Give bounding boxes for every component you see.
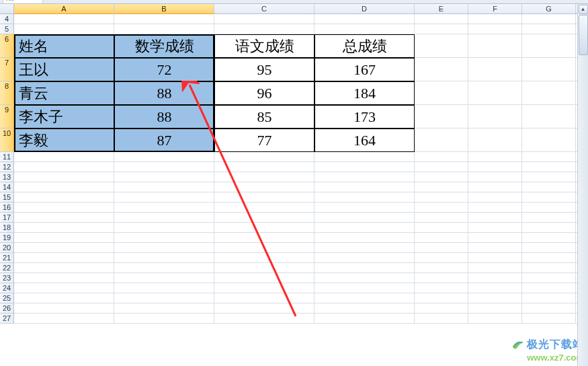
- cell-C18[interactable]: [214, 223, 314, 233]
- cell-G23[interactable]: [522, 273, 576, 283]
- cell-E8[interactable]: [415, 81, 468, 105]
- cell-A19[interactable]: [14, 233, 114, 243]
- cell-G13[interactable]: [522, 172, 576, 182]
- cell-D11[interactable]: [314, 152, 415, 162]
- cell-F13[interactable]: [468, 172, 522, 182]
- cell-F12[interactable]: [468, 162, 522, 172]
- cell-D13[interactable]: [314, 172, 415, 182]
- cell-C4[interactable]: [214, 14, 314, 24]
- cell-B26[interactable]: [114, 303, 214, 314]
- spreadsheet-grid[interactable]: ABCDEFG456姓名数学成绩语文成绩总成绩7王以72951678青云8896…: [0, 4, 588, 324]
- cell-B7[interactable]: 72: [114, 58, 214, 81]
- cell-F14[interactable]: [468, 182, 522, 192]
- cell-C12[interactable]: [214, 162, 314, 172]
- cell-F24[interactable]: [468, 283, 522, 293]
- cell-F5[interactable]: [468, 24, 522, 34]
- cell-C22[interactable]: [214, 263, 314, 273]
- cell-F22[interactable]: [468, 263, 522, 273]
- cell-G4[interactable]: [522, 14, 576, 24]
- row-header-18[interactable]: 18: [0, 223, 14, 233]
- cell-E26[interactable]: [415, 303, 468, 314]
- cell-C26[interactable]: [214, 303, 314, 314]
- cell-E18[interactable]: [415, 223, 468, 233]
- cell-F20[interactable]: [468, 243, 522, 253]
- cell-F19[interactable]: [468, 233, 522, 243]
- cell-A12[interactable]: [14, 162, 114, 172]
- cell-G27[interactable]: [522, 314, 576, 324]
- cell-D9[interactable]: 173: [314, 105, 415, 129]
- cell-G6[interactable]: [522, 34, 576, 58]
- name-box[interactable]: A6: [3, 0, 43, 4]
- cell-F10[interactable]: [468, 129, 522, 152]
- cell-F16[interactable]: [468, 203, 522, 213]
- cell-C19[interactable]: [214, 233, 314, 243]
- cell-A21[interactable]: [14, 253, 114, 263]
- cell-C9[interactable]: 85: [214, 105, 314, 129]
- cell-F27[interactable]: [468, 314, 522, 324]
- row-header-26[interactable]: 26: [0, 303, 14, 314]
- cell-C10[interactable]: 77: [214, 129, 314, 152]
- cell-G20[interactable]: [522, 243, 576, 253]
- cell-D18[interactable]: [314, 223, 415, 233]
- cell-E22[interactable]: [415, 263, 468, 273]
- cell-A8[interactable]: 青云: [14, 81, 114, 105]
- cell-C17[interactable]: [214, 213, 314, 223]
- cell-B4[interactable]: [114, 14, 214, 24]
- cell-D21[interactable]: [314, 253, 415, 263]
- cell-C7[interactable]: 95: [214, 58, 314, 81]
- row-header-12[interactable]: 12: [0, 162, 14, 172]
- cell-B23[interactable]: [114, 273, 214, 283]
- cell-F18[interactable]: [468, 223, 522, 233]
- cell-A6[interactable]: 姓名: [14, 34, 114, 58]
- cell-F26[interactable]: [468, 303, 522, 314]
- cell-E21[interactable]: [415, 253, 468, 263]
- cell-D19[interactable]: [314, 233, 415, 243]
- cell-F9[interactable]: [468, 105, 522, 129]
- cell-A23[interactable]: [14, 273, 114, 283]
- cell-B13[interactable]: [114, 172, 214, 182]
- cell-A13[interactable]: [14, 172, 114, 182]
- cell-E9[interactable]: [415, 105, 468, 129]
- cell-G7[interactable]: [522, 58, 576, 81]
- cell-G8[interactable]: [522, 81, 576, 105]
- cell-B5[interactable]: [114, 24, 214, 34]
- row-header-13[interactable]: 13: [0, 172, 14, 182]
- cell-F7[interactable]: [468, 58, 522, 81]
- cell-C6[interactable]: 语文成绩: [214, 34, 314, 58]
- col-header-F[interactable]: F: [468, 4, 522, 14]
- cell-A26[interactable]: [14, 303, 114, 314]
- cell-D12[interactable]: [314, 162, 415, 172]
- cell-D6[interactable]: 总成绩: [314, 34, 415, 58]
- vertical-scrollbar[interactable]: ▲: [577, 4, 588, 366]
- cell-D22[interactable]: [314, 263, 415, 273]
- cell-B24[interactable]: [114, 283, 214, 293]
- scroll-up-button[interactable]: ▲: [579, 5, 588, 14]
- cell-B25[interactable]: [114, 293, 214, 303]
- col-header-B[interactable]: B: [114, 4, 214, 14]
- cell-F6[interactable]: [468, 34, 522, 58]
- cell-D7[interactable]: 167: [314, 58, 415, 81]
- cell-E17[interactable]: [415, 213, 468, 223]
- cell-C20[interactable]: [214, 243, 314, 253]
- cell-C24[interactable]: [214, 283, 314, 293]
- cell-B11[interactable]: [114, 152, 214, 162]
- cell-A17[interactable]: [14, 213, 114, 223]
- cell-A24[interactable]: [14, 283, 114, 293]
- cell-E11[interactable]: [415, 152, 468, 162]
- cell-B9[interactable]: 88: [114, 105, 214, 129]
- cell-E6[interactable]: [415, 34, 468, 58]
- cell-A15[interactable]: [14, 192, 114, 203]
- cell-B22[interactable]: [114, 263, 214, 273]
- row-header-14[interactable]: 14: [0, 182, 14, 192]
- cell-C8[interactable]: 96: [214, 81, 314, 105]
- row-header-20[interactable]: 20: [0, 243, 14, 253]
- row-header-8[interactable]: 8: [0, 81, 14, 105]
- row-header-17[interactable]: 17: [0, 213, 14, 223]
- row-header-22[interactable]: 22: [0, 263, 14, 273]
- cell-C21[interactable]: [214, 253, 314, 263]
- row-header-25[interactable]: 25: [0, 293, 14, 303]
- cell-D17[interactable]: [314, 213, 415, 223]
- cell-C14[interactable]: [214, 182, 314, 192]
- cell-A5[interactable]: [14, 24, 114, 34]
- col-header-D[interactable]: D: [314, 4, 415, 14]
